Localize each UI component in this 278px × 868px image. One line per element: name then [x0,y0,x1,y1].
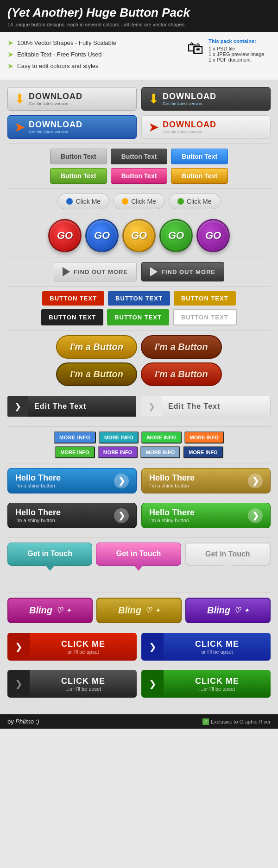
rect-button-row-1: BUTTON TEXT BUTTON TEXT BUTTON TEXT [7,291,271,306]
hello-arrow-green: ❯ [248,508,263,523]
download-sub-blue: Get the latest version [29,130,82,134]
header: (Yet Another) Huge Button Pack 14 unique… [0,0,278,32]
find-out-more-row: FIND OUT MORE FIND OUT MORE [7,262,271,281]
find-out-more-light[interactable]: FIND OUT MORE [54,262,137,281]
spacer-1 [7,579,271,588]
get-in-touch-pink[interactable]: Get in Touch [96,543,181,566]
chevron-right-icon-light: ❯ [148,401,155,412]
download-button-red[interactable]: ➤ DOWNLOAD Get the latest version [141,115,271,139]
checkbox-icon: ✓ [202,718,209,725]
button-text-gray[interactable]: Button Text [50,149,107,164]
main-content: ⬇ DOWNLOAD Get the latest version ⬇ DOWN… [0,80,278,714]
features-section: ➤ 100% Vector Shapes - Fully Scalable ➤ … [0,32,278,80]
hello-button-blue[interactable]: Hello There I'm a shiny button ❯ [7,468,137,493]
more-info-orange[interactable]: MORE INFO [184,431,224,443]
chevron-right-icon-dark: ❯ [14,401,21,412]
button-text-dark-gray[interactable]: Button Text [111,149,168,164]
more-info-green[interactable]: MORE INFO [141,431,181,443]
page-subtitle: 14 unique button designs, each in severa… [7,22,271,27]
hello-text-gold: Hello There I'm a shiny button [149,473,195,488]
click-me-label-green: Click Me [187,198,212,205]
hello-button-gold[interactable]: Hello There I'm a shiny button ❯ [141,468,271,493]
rect-button-gold[interactable]: BUTTON TEXT [174,291,236,306]
button-text-green[interactable]: Button Text [50,168,107,184]
go-button-purple[interactable]: GO [196,219,230,252]
more-info-purple[interactable]: MORE INFO [98,446,138,458]
button-text-blue[interactable]: Button Text [171,149,228,164]
find-out-more-dark[interactable]: FIND OUT MORE [141,262,224,281]
click-me-yellow[interactable]: Click Me [113,194,165,209]
go-buttons-row: GO GO GO GO GO [7,219,271,252]
bling-button-purple[interactable]: Bling ♡ ✦ [185,598,271,623]
hello-row-2: Hello There I'm a shiny button ❯ Hello T… [7,503,271,528]
clickrect-dark[interactable]: ❯ CLICK ME ...or I'll be upset [7,670,137,698]
clickrect-arrow-red: ❯ [7,633,30,661]
clickrect-main-red: CLICK ME [61,639,105,649]
bling-row: Bling ♡ ✦ Bling ♡ ✦ Bling ♡ ✦ [7,598,271,623]
get-in-touch-light[interactable]: Get in Touch [185,543,271,566]
clickrect-arrow-dark: ❯ [7,670,30,698]
pill-button-gold-dark[interactable]: I'm a Button [56,362,137,386]
clickrect-blue[interactable]: ❯ CLICK ME or I'll be upset [141,633,271,661]
download-button-light[interactable]: ⬇ DOWNLOAD Get the latest version [7,87,137,111]
pill-button-red[interactable]: I'm a Button [141,362,222,386]
click-me-green[interactable]: Click Me [169,194,221,209]
footer: by Philmo :) ✓ Exclusive to Graphic Rive… [0,714,278,729]
go-button-gold[interactable]: GO [122,219,156,252]
button-text-pink[interactable]: Button Text [111,168,168,184]
hello-arrow-dark: ❯ [114,508,129,523]
more-info-green2[interactable]: MORE INFO [55,446,95,458]
divider-5 [7,286,271,287]
clickrect-row-2: ❯ CLICK ME ...or I'll be upset ❯ CLICK M… [7,670,271,698]
bling-button-pink[interactable]: Bling ♡ ✦ [7,598,93,623]
play-icon-light [63,267,70,276]
download-button-dark[interactable]: ⬇ DOWNLOAD Get the latest version [141,87,271,111]
pack-item-3: 1 x PDF document [208,57,264,62]
clickrect-body-red: CLICK ME or I'll be upset [30,633,137,661]
heart-icon-gold: ♡ [145,606,152,615]
hello-text-blue: Hello There I'm a shiny button [15,473,61,488]
download-label: DOWNLOAD [29,92,82,101]
more-info-darkblue[interactable]: MORE INFO [183,446,223,458]
chevron-right-icon-cr-green: ❯ [149,678,157,689]
button-text-gold[interactable]: Button Text [171,168,228,184]
chevron-right-icon-cr-blue: ❯ [149,641,157,652]
go-button-blue[interactable]: GO [85,219,119,252]
go-button-green[interactable]: GO [159,219,193,252]
hello-sub-gold: I'm a shiny button [149,483,195,488]
hello-button-green[interactable]: Hello There I'm a shiny button ❯ [141,503,271,528]
feature-2-text: Editable Text - Free Fonts Used [17,51,102,58]
more-info-teal[interactable]: MORE INFO [99,431,139,443]
edit-text-dark[interactable]: ❯ Edit The Text [7,396,136,417]
download-button-blue[interactable]: ➤ DOWNLOAD Get the latest version [7,115,137,139]
rect-button-red[interactable]: BUTTON TEXT [42,291,104,306]
divider-12 [7,628,271,628]
clickrect-green[interactable]: ❯ CLICK ME ...or I'll be upset [141,670,271,698]
hello-text-dark: Hello There I'm a shiny button [15,508,61,523]
author-name: Philmo :) [15,718,39,725]
more-info-gray[interactable]: MORE INFO [140,446,180,458]
get-in-touch-teal[interactable]: Get in Touch [7,543,92,566]
clickrect-red[interactable]: ❯ CLICK ME or I'll be upset [7,633,137,661]
rect-button-green[interactable]: BUTTON TEXT [107,309,169,325]
more-info-row-1: MORE INFO MORE INFO MORE INFO MORE INFO [7,431,271,443]
hello-button-dark[interactable]: Hello There I'm a shiny button ❯ [7,503,137,528]
rect-button-black[interactable]: BUTTON TEXT [41,309,103,325]
more-info-blue[interactable]: MORE INFO [54,431,96,443]
clickrect-sub-dark: ...or I'll be upset [65,686,101,692]
arrow-icon-3: ➤ [7,62,13,70]
pill-button-brown[interactable]: I'm a Button [141,335,222,359]
bling-button-gold[interactable]: Bling ♡ ✦ [96,598,182,623]
go-button-red[interactable]: GO [48,219,82,252]
pill-button-gold[interactable]: I'm a Button [56,335,137,359]
rect-button-blue[interactable]: BUTTON TEXT [108,291,170,306]
hello-arrow-gold: ❯ [248,474,263,488]
pack-title: This pack contains: [208,38,264,44]
rect-button-outline[interactable]: BUTTON TEXT [173,309,237,325]
clickrect-sub-blue: or I'll be upset [201,649,233,655]
dot-yellow-icon [122,198,128,205]
edit-arrow-light-icon: ❯ [141,396,162,417]
features-list: ➤ 100% Vector Shapes - Fully Scalable ➤ … [7,38,178,73]
edit-text-light[interactable]: ❯ Edit The Text [141,396,271,417]
click-me-blue[interactable]: Click Me [57,194,109,209]
